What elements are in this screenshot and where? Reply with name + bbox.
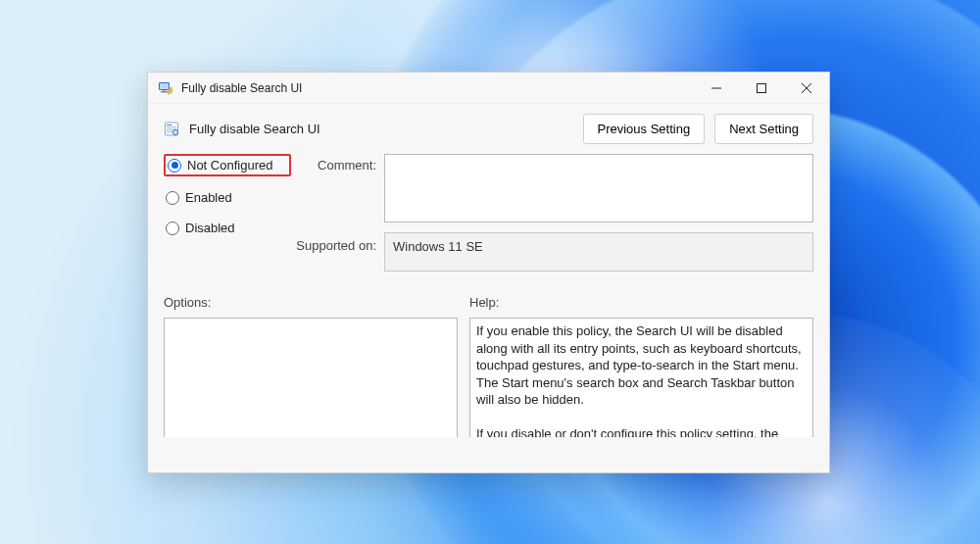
policy-title: Fully disable Search UI	[189, 122, 320, 136]
radio-label: Not Configured	[187, 158, 272, 173]
radio-indicator-icon	[168, 159, 181, 173]
radio-label: Disabled	[185, 221, 235, 235]
previous-setting-button[interactable]: Previous Setting	[583, 114, 706, 144]
policy-item-icon	[164, 122, 179, 137]
next-setting-button[interactable]: Next Setting	[714, 114, 813, 144]
maximize-button[interactable]	[739, 73, 784, 104]
help-panel[interactable]: If you enable this policy, the Search UI…	[469, 318, 813, 437]
policy-icon	[158, 80, 173, 96]
titlebar[interactable]: Fully disable Search UI	[148, 73, 829, 104]
options-section-label: Options:	[164, 295, 458, 310]
desktop-wallpaper: Fully disable Search UI	[0, 0, 980, 544]
svg-point-14	[172, 129, 177, 134]
options-panel[interactable]	[164, 318, 458, 437]
close-button[interactable]	[784, 73, 829, 104]
radio-disabled[interactable]: Disabled	[164, 219, 291, 237]
svg-rect-3	[164, 90, 166, 92]
comment-input[interactable]	[384, 154, 813, 223]
help-section-label: Help:	[469, 295, 813, 310]
radio-indicator-icon	[166, 191, 179, 205]
window-title: Fully disable Search UI	[181, 81, 302, 95]
svg-rect-1	[160, 83, 169, 89]
header-row: Fully disable Search UI Previous Setting…	[148, 104, 829, 150]
svg-rect-5	[758, 83, 766, 92]
minimize-button[interactable]	[694, 73, 739, 104]
svg-rect-9	[167, 124, 172, 125]
policy-editor-window: Fully disable Search UI	[147, 72, 830, 473]
radio-indicator-icon	[166, 222, 179, 235]
svg-rect-10	[167, 126, 176, 127]
supported-on-value[interactable]: Windows 11 SE	[384, 232, 813, 272]
svg-rect-11	[167, 127, 176, 128]
configuration-area: Not Configured Enabled Disabled Comment:…	[148, 150, 829, 277]
supported-on-label: Supported on:	[291, 223, 384, 272]
radio-not-configured[interactable]: Not Configured	[164, 154, 291, 176]
radio-label: Enabled	[185, 190, 232, 205]
radio-enabled[interactable]: Enabled	[164, 188, 291, 207]
comment-label: Comment:	[291, 154, 384, 223]
